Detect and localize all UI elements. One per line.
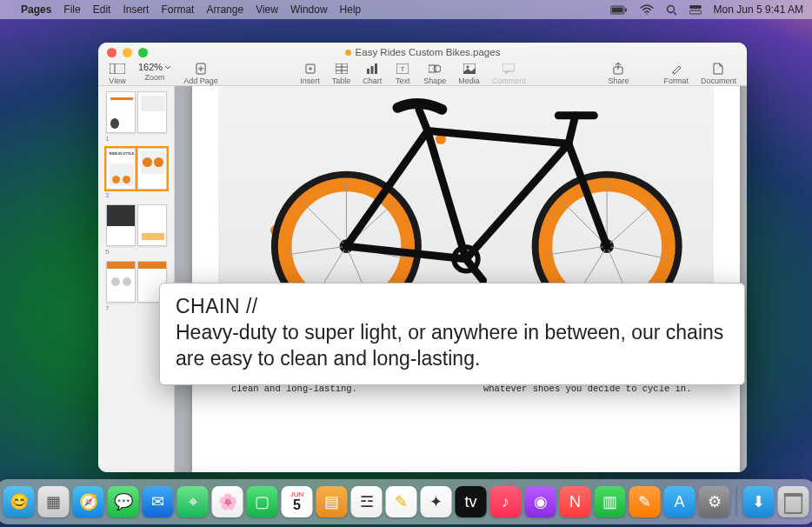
svg-line-39: [287, 246, 347, 255]
comment-icon: [500, 62, 517, 76]
chevron-down-icon: [164, 65, 171, 70]
document-title[interactable]: Easy Rides Custom Bikes.pages: [356, 47, 501, 57]
svg-point-25: [466, 66, 469, 69]
hover-text-overlay: CHAIN // Heavy-duty to super light, or a…: [159, 283, 745, 385]
dock-finder[interactable]: 😊: [3, 486, 35, 517]
menu-help[interactable]: Help: [340, 3, 362, 16]
view-icon: [109, 62, 126, 76]
insert-icon: [302, 62, 319, 76]
svg-line-54: [419, 110, 428, 131]
dock-tv[interactable]: tv: [456, 486, 487, 517]
comment-button[interactable]: Comment: [492, 62, 526, 85]
toolbar: View 162% Zoom Add Page Insert Table Cha…: [98, 62, 747, 86]
hover-body: Heavy-duty to super light, or anywhere i…: [176, 320, 729, 372]
format-brush-icon: [668, 62, 685, 76]
minimize-button[interactable]: [123, 48, 132, 57]
media-button[interactable]: Media: [458, 62, 480, 85]
thumbnail-spread-1[interactable]: [102, 91, 170, 133]
svg-point-23: [434, 65, 441, 72]
dock-maps[interactable]: ⌖: [177, 486, 209, 517]
dock-messages[interactable]: 💬: [108, 486, 139, 517]
svg-rect-6: [689, 10, 702, 14]
view-button[interactable]: View: [109, 62, 126, 85]
share-button[interactable]: Share: [608, 62, 629, 85]
dock-safari[interactable]: 🧭: [73, 486, 104, 517]
battery-icon[interactable]: [610, 5, 628, 15]
dock-separator: [736, 487, 737, 517]
dock-launchpad[interactable]: ▦: [38, 486, 70, 517]
wifi-icon[interactable]: [640, 4, 654, 15]
fullscreen-button[interactable]: [138, 48, 148, 57]
document-button[interactable]: Document: [701, 62, 736, 85]
dock-settings[interactable]: ⚙︎: [699, 486, 730, 517]
dock-downloads[interactable]: ⬇︎: [743, 486, 775, 517]
menubar: Pages File Edit Insert Format Arrange Vi…: [0, 0, 812, 19]
close-button[interactable]: [107, 48, 116, 57]
svg-rect-18: [371, 66, 374, 74]
menu-window[interactable]: Window: [290, 3, 328, 16]
add-page-button[interactable]: Add Page: [183, 62, 218, 85]
insert-button[interactable]: Insert: [300, 62, 320, 85]
dock-photos[interactable]: 🌸: [212, 486, 243, 517]
svg-rect-19: [375, 63, 377, 74]
dock-music[interactable]: ♪: [490, 486, 522, 517]
dock-reminders[interactable]: ☲: [351, 486, 383, 517]
window-controls: [107, 48, 148, 57]
dock-podcasts[interactable]: ◉: [525, 486, 556, 517]
svg-line-46: [547, 246, 607, 255]
document-canvas[interactable]: CHAIN // Heavy-duty to super light, or a…: [175, 86, 747, 472]
menu-format[interactable]: Format: [161, 3, 194, 16]
svg-line-43: [607, 246, 669, 259]
thumbnail-spread-3[interactable]: [102, 204, 170, 246]
zoom-menu[interactable]: 162% Zoom: [138, 62, 171, 85]
thumbnail-spread-2[interactable]: RIDE IN STYLE: [102, 148, 170, 190]
svg-rect-2: [625, 8, 627, 11]
dock-pages[interactable]: ✎: [629, 486, 661, 517]
dock-mail[interactable]: ✉︎: [143, 486, 174, 517]
dock-contacts[interactable]: ▤: [316, 486, 348, 517]
menu-insert[interactable]: Insert: [123, 3, 149, 16]
svg-line-4: [674, 12, 676, 15]
control-center-icon[interactable]: [689, 4, 702, 15]
document-icon: [709, 62, 727, 76]
table-icon: [333, 62, 350, 76]
svg-line-49: [428, 130, 569, 143]
menu-view[interactable]: View: [256, 3, 278, 16]
dock-facetime[interactable]: ▢: [247, 486, 278, 517]
menu-arrange[interactable]: Arrange: [206, 3, 243, 16]
spotlight-icon[interactable]: [666, 4, 677, 16]
svg-rect-1: [611, 7, 622, 12]
menu-clock[interactable]: Mon Jun 5 9:41 AM: [714, 3, 803, 16]
dock-notes[interactable]: ✎: [386, 486, 417, 517]
svg-rect-26: [503, 63, 515, 71]
chart-button[interactable]: Chart: [363, 62, 382, 85]
svg-line-55: [569, 116, 576, 143]
chart-icon: [363, 62, 381, 76]
menu-edit[interactable]: Edit: [93, 3, 111, 16]
dock-appstore[interactable]: A: [664, 486, 696, 517]
svg-line-40: [299, 199, 346, 246]
dock-numbers[interactable]: ▥: [595, 486, 626, 517]
svg-line-42: [607, 203, 654, 246]
table-button[interactable]: Table: [332, 62, 351, 85]
dock: 😊 ▦ 🧭 💬 ✉︎ ⌖ 🌸 ▢ JUN5 ▤ ☲ ✎ ✦ tv ♪ ◉ N ▥…: [0, 479, 812, 524]
menu-file[interactable]: File: [63, 3, 80, 16]
app-menu[interactable]: Pages: [21, 3, 51, 16]
svg-rect-17: [367, 69, 369, 74]
share-icon: [609, 62, 627, 76]
svg-rect-7: [110, 63, 125, 74]
dock-news[interactable]: N: [560, 486, 591, 517]
media-icon: [461, 62, 478, 76]
svg-text:T: T: [401, 65, 405, 73]
shape-button[interactable]: Shape: [423, 62, 446, 85]
dock-calendar[interactable]: JUN5: [282, 486, 313, 517]
edited-indicator-icon: [345, 50, 351, 56]
dock-trash[interactable]: [778, 486, 809, 517]
dock-freeform[interactable]: ✦: [421, 486, 452, 517]
page-thumbnails-sidebar[interactable]: 1 RIDE IN STYLE 3 5 7: [98, 86, 175, 472]
shape-icon: [426, 62, 443, 76]
titlebar: Easy Rides Custom Bikes.pages View 162% …: [98, 43, 747, 86]
hover-heading: CHAIN //: [176, 294, 729, 320]
format-button[interactable]: Format: [663, 62, 689, 85]
text-button[interactable]: TText: [394, 62, 411, 85]
